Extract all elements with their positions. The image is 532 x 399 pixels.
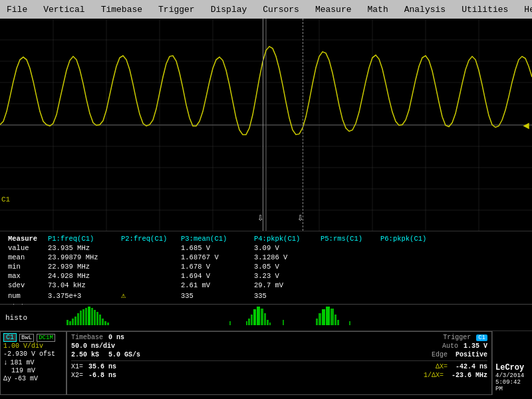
trigger-level-arrow: ◄: [523, 120, 529, 132]
menu-file[interactable]: File: [3, 3, 31, 16]
svg-rect-39: [253, 309, 256, 325]
coupling-badge: DC1M: [37, 334, 55, 342]
col-p3: P3:mean(C1): [178, 234, 251, 243]
edge-label: Edge: [432, 351, 448, 358]
x1-label: X1=: [71, 363, 83, 370]
svg-rect-52: [334, 315, 336, 325]
divider: [71, 360, 487, 361]
svg-rect-48: [319, 313, 321, 325]
inv-dx-label: 1/ΔX=: [424, 372, 444, 379]
svg-rect-24: [77, 313, 79, 325]
menu-measure[interactable]: Measure: [311, 3, 356, 16]
col-p6: P6:pkpk(C1): [378, 234, 527, 243]
cursor1-arrow: ⇩: [257, 211, 264, 224]
scope-screen: C1 ⇩ ⇩ ◄: [0, 19, 532, 231]
histo-label: histo: [0, 314, 60, 322]
trigger-label: Trigger: [443, 334, 471, 341]
svg-rect-23: [74, 317, 76, 325]
cursor-line-1[interactable]: [263, 19, 263, 231]
dx-value: -42.4 ns: [456, 363, 487, 370]
svg-rect-38: [251, 315, 253, 325]
delta-y-row: Δy -63 mV: [3, 375, 63, 382]
polarity-label: Positive: [456, 351, 487, 358]
channel-info-panel: C1 BwL DC1M 1.00 V/div -2.930 V ofst ↓ 1…: [0, 331, 66, 395]
scope-settings-panel: Timebase 0 ns Trigger C1 50.0 ns/div Aut…: [66, 331, 492, 395]
menu-trigger[interactable]: Trigger: [154, 3, 199, 16]
channel-c1-label: C1: [1, 196, 10, 203]
svg-rect-32: [99, 315, 101, 325]
svg-rect-47: [316, 319, 318, 325]
branding-panel: LeCroy 4/3/2014 5:09:42 PM: [492, 331, 532, 395]
svg-rect-41: [261, 309, 263, 325]
histo-p1-svg: [60, 307, 160, 327]
svg-rect-20: [66, 320, 68, 325]
auto-label: Auto: [442, 342, 458, 350]
svg-rect-40: [257, 307, 260, 325]
offset-value: -2.930 V ofst: [3, 350, 63, 358]
svg-rect-37: [248, 319, 250, 325]
val2: 119 mV: [3, 367, 63, 374]
dx-label: ΔX=: [436, 363, 448, 370]
col-p2: P2:freq(C1): [118, 234, 178, 243]
x1-value: 35.6 ns: [88, 363, 116, 370]
trigger-channel-badge: C1: [476, 334, 487, 341]
sample-rate: 5.0 GS/s: [108, 351, 140, 358]
inv-dx-value: -23.6 MHz: [452, 372, 487, 379]
menu-help[interactable]: Help: [520, 3, 532, 16]
delta-y-label: Δy: [3, 375, 11, 382]
menu-analysis[interactable]: Analysis: [400, 3, 450, 16]
meas-row-num: num 3.375e+3 ⚠ 335 335: [5, 290, 527, 301]
x2-label: X2=: [71, 372, 83, 379]
svg-rect-33: [102, 319, 104, 325]
svg-rect-31: [96, 312, 98, 325]
timebase-label: Timebase: [71, 334, 103, 341]
svg-rect-28: [88, 307, 90, 325]
down-arrow-icon: ↓: [3, 358, 8, 366]
waveform-c1: [0, 19, 532, 231]
sample-count: 2.50 kS: [71, 351, 99, 358]
ch-header: C1 BwL DC1M: [3, 333, 63, 342]
tdiv-value: 50.0 ns/div: [71, 342, 115, 350]
histo-p3: [226, 307, 299, 329]
svg-rect-36: [246, 321, 247, 325]
trigger-voltage: 1.35 V: [464, 342, 487, 350]
measurements-table: Measure P1:freq(C1) P2:freq(C1) P3:mean(…: [5, 234, 527, 311]
cursor-line-2[interactable]: [303, 19, 303, 231]
x2-row: X2= -6.8 ns 1/ΔX= -23.6 MHz: [71, 372, 487, 379]
svg-rect-46: [283, 320, 284, 325]
svg-rect-45: [229, 321, 231, 325]
col-measure: Measure: [5, 234, 45, 243]
svg-rect-34: [104, 321, 106, 325]
samples-row: 2.50 kS 5.0 GS/s Edge Positive: [71, 351, 487, 358]
menu-vertical[interactable]: Vertical: [39, 3, 88, 16]
menu-timebase[interactable]: Timebase: [97, 3, 146, 16]
meas-row-sdev: sdev 73.04 kHz 2.61 mV 29.7 mV: [5, 281, 527, 290]
histo-p3-svg: [226, 307, 299, 327]
meas-row-value: value 23.935 MHz 1.685 V 3.09 V: [5, 243, 527, 253]
meas-row-min: min 22.939 MHz 1.678 V 3.05 V: [5, 262, 527, 271]
svg-rect-53: [337, 320, 339, 325]
x1-row: X1= 35.6 ns ΔX= -42.4 ns: [71, 363, 487, 370]
menu-display[interactable]: Display: [207, 3, 251, 16]
vdiv-value: 1.00 V/div: [3, 342, 63, 350]
cursor2-arrow: ⇩: [297, 211, 304, 224]
histo-row: histo: [0, 305, 532, 331]
tdiv-row: 50.0 ns/div Auto 1.35 V: [71, 342, 487, 350]
measurements-panel: Measure P1:freq(C1) P2:freq(C1) P3:mean(…: [0, 231, 532, 305]
datetime-display: 4/3/2014 5:09:42 PM: [495, 372, 529, 392]
company-name: LeCroy: [495, 363, 529, 372]
x2-value: -6.8 ns: [88, 372, 116, 379]
meas-row-mean: mean 23.99879 MHz 1.68767 V 3.1286 V: [5, 253, 527, 262]
svg-rect-26: [82, 309, 84, 325]
svg-rect-44: [269, 323, 271, 325]
menu-cursors[interactable]: Cursors: [259, 3, 303, 16]
svg-rect-21: [69, 321, 71, 325]
delta-y-value: -63 mV: [14, 375, 38, 382]
svg-rect-27: [85, 308, 87, 325]
menu-utilities[interactable]: Utilities: [458, 3, 512, 16]
timebase-trigger-row: Timebase 0 ns Trigger C1: [71, 334, 487, 341]
svg-rect-22: [72, 319, 74, 325]
histo-p4: [299, 307, 366, 329]
svg-rect-42: [264, 313, 266, 325]
menu-math[interactable]: Math: [364, 3, 392, 16]
